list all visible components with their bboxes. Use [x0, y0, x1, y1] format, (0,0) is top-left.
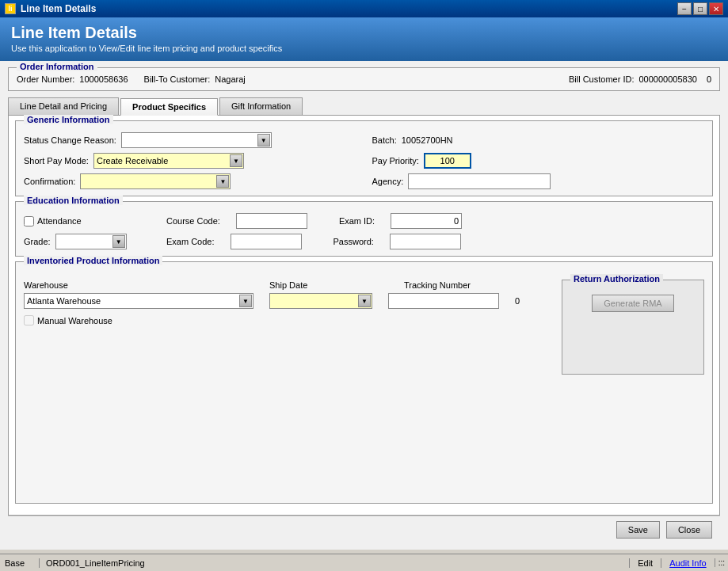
grade-label: Grade: [24, 237, 51, 246]
status-change-reason-select[interactable] [121, 132, 272, 148]
tracking-number-input[interactable] [388, 293, 499, 309]
status-program-label: ORD001_LineItemPricing [40, 558, 629, 568]
education-info-title: Education Information [24, 196, 123, 205]
app-subtitle: Use this application to View/Edit line i… [11, 44, 717, 53]
order-information-section: Order Information Order Number: 10000586… [8, 67, 720, 91]
short-pay-mode-select[interactable]: Create Receivable [93, 153, 244, 169]
generate-rma-button[interactable]: Generate RMA [592, 295, 673, 312]
audit-info-link[interactable]: Audit Info [661, 558, 714, 568]
close-button[interactable]: Close [666, 521, 712, 539]
minimize-button[interactable]: − [677, 2, 692, 15]
order-number-value: 1000058636 [79, 74, 128, 84]
short-pay-mode-label: Short Pay Mode: [24, 156, 89, 166]
status-bar-right: Edit Audit Info ::: [629, 558, 728, 568]
window-close-button[interactable]: ✕ [709, 2, 723, 15]
attendance-label: Attendance [37, 216, 82, 226]
agency-label: Agency: [372, 177, 404, 186]
bill-to-customer-label: Bill-To Customer: [144, 74, 211, 84]
return-authorization-box: Return Authorization Generate RMA [562, 280, 704, 375]
pay-priority-input[interactable] [424, 153, 471, 169]
education-information-section: Education Information Attendance Course … [15, 201, 713, 257]
batch-label: Batch: [372, 135, 397, 145]
course-code-label: Course Code: [166, 216, 220, 226]
save-button[interactable]: Save [616, 521, 660, 539]
generic-info-title: Generic Information [24, 115, 113, 124]
status-edit-label: Edit [629, 558, 661, 568]
rma-value: 0 [515, 296, 520, 306]
bill-customer-id-value: 000000005830 [638, 74, 696, 84]
confirmation-label: Confirmation: [24, 177, 75, 186]
grade-select[interactable] [55, 234, 127, 249]
warehouse-select[interactable]: Atlanta Warehouse [24, 293, 253, 309]
ship-date-select[interactable] [269, 293, 372, 309]
app-icon: li [5, 3, 16, 14]
agency-input[interactable] [408, 173, 551, 189]
order-info-row: Order Number: 1000058636 Bill-To Custome… [17, 74, 711, 84]
pay-priority-label: Pay Priority: [372, 156, 419, 166]
return-auth-title: Return Authorization [570, 274, 663, 284]
app-header: Line Item Details Use this application t… [0, 17, 728, 61]
tab-content: Generic Information Status Change Reason… [8, 116, 720, 516]
attendance-checkbox[interactable] [24, 216, 34, 226]
confirmation-select[interactable] [80, 173, 231, 189]
tab-product-specifics[interactable]: Product Specifics [120, 98, 218, 116]
course-code-input[interactable] [236, 213, 307, 229]
bill-to-customer-value: Nagaraj [215, 74, 246, 84]
tabs-container: Line Detail and Pricing Product Specific… [8, 97, 720, 116]
exam-code-label: Exam Code: [166, 237, 215, 246]
app-title: Line Item Details [11, 24, 717, 42]
maximize-button[interactable]: □ [693, 2, 707, 15]
title-bar: li Line Item Details − □ ✕ [0, 0, 728, 17]
status-base-label: Base [0, 558, 40, 568]
order-number-label: Order Number: [17, 74, 74, 84]
order-info-title: Order Information [17, 62, 97, 71]
status-change-reason-label: Status Change Reason: [24, 135, 116, 145]
exam-code-input[interactable] [231, 234, 302, 249]
manual-warehouse-label: Manual Warehouse [37, 316, 112, 325]
password-label: Password: [334, 237, 374, 246]
inventoried-product-section: Inventoried Product Information Warehous… [15, 261, 713, 504]
window-title: Line Item Details [21, 3, 96, 14]
ship-date-label: Ship Date [269, 280, 307, 290]
password-input[interactable] [390, 234, 461, 249]
generic-information-section: Generic Information Status Change Reason… [15, 120, 713, 196]
status-dots: ::: [715, 558, 728, 567]
batch-value: 10052700HN [402, 135, 453, 145]
tracking-number-label: Tracking Number [404, 280, 471, 290]
exam-id-input[interactable] [391, 213, 462, 229]
inventoried-product-title: Inventoried Product Information [24, 256, 162, 265]
tab-gift-information[interactable]: Gift Information [219, 97, 303, 115]
bill-customer-id-label: Bill Customer ID: [569, 74, 635, 84]
bill-customer-id-value2: 0 [707, 74, 711, 84]
warehouse-label: Warehouse [24, 280, 68, 290]
manual-warehouse-checkbox[interactable] [24, 315, 34, 325]
status-bar: Base ORD001_LineItemPricing Edit Audit I… [0, 554, 728, 571]
exam-id-label: Exam ID: [339, 216, 375, 226]
tab-line-detail[interactable]: Line Detail and Pricing [8, 97, 119, 115]
bottom-toolbar: Save Close [8, 516, 720, 543]
